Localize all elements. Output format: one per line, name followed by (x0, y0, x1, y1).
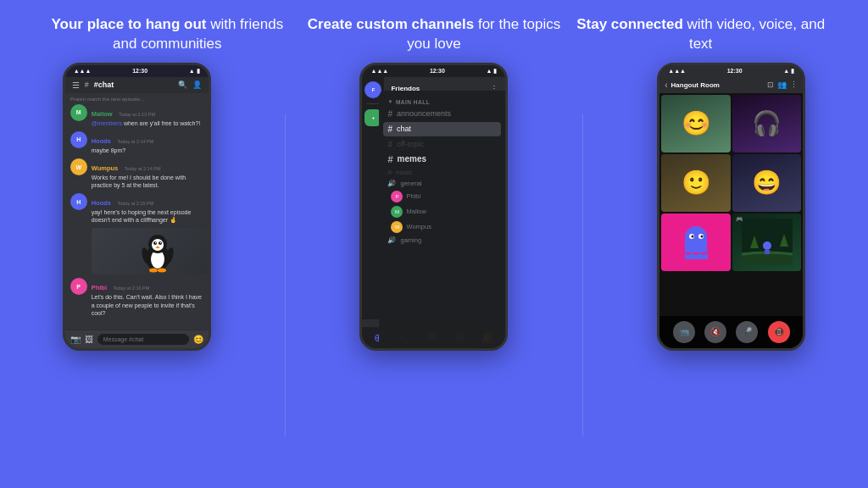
message-hoods1: H Hoods Today at 2:14 PM maybe 8pm? (70, 131, 203, 154)
penguin-svg (136, 230, 179, 273)
back-icon[interactable]: ‹ (665, 80, 667, 90)
text-mallow: @members when are y'all free to watch?! (92, 119, 203, 127)
phone2-time: 12:30 (430, 68, 445, 74)
overlay-channel-offtopic: off-topic (397, 140, 424, 148)
overlay-memes[interactable]: # memes (379, 152, 505, 167)
phone2-statusbar: ▲▲▲ 12:30 ▲ ▮ (362, 65, 505, 77)
members-icon3[interactable]: 👥 (777, 80, 787, 89)
overlay-announcements[interactable]: # announcements (379, 107, 505, 121)
avatar-wumpus: W (70, 158, 87, 175)
username-hoods2: Hoods (92, 199, 111, 207)
room-name-label: Hangout Room (671, 81, 765, 89)
header-col2: Create custom channels for the topics yo… (307, 15, 561, 54)
hash-music: # (387, 169, 391, 176)
end-call-icon: 📵 (774, 327, 784, 336)
face-girl1: 😊 (682, 109, 711, 137)
username-wumpus: Wumpus (92, 164, 119, 172)
video-cell-gamer: 🎧 (732, 95, 802, 152)
prev-message-hint: Praisin match the next episode... (70, 97, 203, 104)
svg-point-17 (691, 235, 693, 237)
emoji-icon[interactable]: 😊 (193, 335, 203, 344)
avatar-wumpus-voice: W (391, 221, 403, 233)
members-icon[interactable]: 👤 (192, 80, 202, 89)
hamburger-icon[interactable]: ☰ (72, 80, 80, 90)
phone1-status-icons: ▲ ▮ (189, 68, 200, 75)
voice-gaming[interactable]: 🔊 gaming (379, 235, 505, 246)
svg-point-5 (159, 241, 162, 245)
end-call-btn[interactable]: 📵 (768, 321, 790, 343)
video-toggle-btn[interactable]: 📹 (673, 321, 695, 343)
svg-point-23 (763, 241, 771, 250)
search-icon[interactable]: 🔍 (178, 80, 187, 89)
speaker-icon: 🔊 (387, 180, 396, 187)
phone2: ▲▲▲ 12:30 ▲ ▮ F + Friendos (359, 63, 508, 351)
phone3-topbar: ‹ Hangout Room ⊡ 👥 ⋮ (659, 77, 803, 93)
svg-point-7 (160, 242, 161, 243)
mic-btn[interactable]: 🎤 (736, 321, 758, 343)
video-icon: 📹 (679, 327, 689, 336)
game-hud: 🎮 (736, 216, 743, 223)
divider-sidebar (366, 103, 380, 104)
svg-rect-24 (765, 250, 770, 254)
mic-icon: 🎤 (742, 327, 752, 336)
message-wumpus: W Wumpus Today at 2:14 PM Works for me! … (70, 158, 203, 189)
message-input[interactable]: Message #chat (97, 334, 189, 345)
time-mallow: Today at 2:13 PM (119, 112, 155, 117)
svg-point-4 (153, 241, 157, 245)
image-icon[interactable]: 🖼 (85, 335, 93, 344)
voice-music[interactable]: # music (379, 167, 505, 178)
more-icon3[interactable]: ⋮ (790, 80, 798, 89)
avatar-hoods: H (70, 131, 87, 148)
voice-user-mallow-name: Mallow (406, 208, 426, 215)
header-col2-bold: Create custom channels (308, 16, 475, 32)
svg-point-18 (700, 235, 703, 237)
svg-point-6 (155, 242, 156, 243)
video-cell-girl1: 😊 (661, 95, 731, 152)
mute-btn[interactable]: 🔇 (704, 321, 726, 343)
wifi-icon: ▲ (189, 68, 195, 74)
video-cell-pink (661, 214, 731, 271)
phone1: ▲▲▲ 12:30 ▲ ▮ ☰ # #chat 🔍 👤 Praisin matc… (63, 63, 211, 351)
phone3-status-icons: ▲ ▮ (783, 68, 794, 75)
header-col1-bold: Your place to hang out (52, 16, 207, 32)
wifi-icon2: ▲ (487, 68, 492, 74)
svg-rect-14 (685, 237, 707, 252)
svg-point-3 (152, 239, 164, 251)
battery-icon3: ▮ (791, 68, 794, 75)
camera-icon[interactable]: 📷 (70, 335, 81, 344)
overlay-category: ▼ MAIN HALL (379, 96, 505, 107)
overlay-hash4: # (387, 154, 392, 164)
phone1-signal: ▲▲▲ (74, 68, 92, 74)
overlay-channel-memes: memes (398, 154, 426, 164)
avatar-mallow: M (70, 104, 87, 121)
avatar-phibi: P (70, 278, 87, 295)
phone1-time: 12:30 (132, 68, 147, 74)
mascot-svg (682, 225, 711, 259)
video-cell-guy: 🙂 (661, 154, 731, 212)
divider-1 (285, 114, 286, 436)
header-col3-bold: Stay connected (576, 16, 683, 32)
voice-general-label: general (400, 180, 421, 187)
avatar-mallow-voice: M (391, 206, 403, 218)
header-col1: Your place to hang out with friends and … (40, 15, 294, 54)
overlay-hash1: # (387, 109, 392, 119)
hoods2-content: Hoods Today at 2:15 PM yay! here's to ho… (92, 193, 203, 224)
overlay-hash3: # (387, 140, 392, 149)
video-cell-girl2: 😄 (732, 154, 802, 212)
call-controls: 📹 🔇 🎤 📵 (659, 316, 803, 348)
screen-share-icon[interactable]: ⊡ (767, 80, 774, 89)
message-phibi: P Phibi Today at 2:16 PM Let's do this. … (70, 278, 203, 316)
phone2-status-icons: ▲ ▮ (487, 68, 498, 75)
phone1-wrapper: ▲▲▲ 12:30 ▲ ▮ ☰ # #chat 🔍 👤 Praisin matc… (63, 63, 211, 351)
voice-user-mallow: M Mallow (379, 204, 505, 219)
face-gamer: 🎧 (752, 109, 782, 137)
chat-image (92, 228, 209, 274)
phone1-bottom-bar: 📷 🖼 Message #chat 😊 (65, 330, 209, 348)
voice-general[interactable]: 🔊 general (379, 178, 505, 189)
overlay-chat[interactable]: # chat (383, 122, 501, 136)
overlay-offtopic[interactable]: # off-topic (379, 137, 505, 152)
message-hoods2: H Hoods Today at 2:15 PM yay! here's to … (70, 193, 203, 224)
time-hoods2: Today at 2:15 PM (117, 201, 153, 206)
phone2-signal: ▲▲▲ (370, 68, 388, 74)
phone3-statusbar: ▲▲▲ 12:30 ▲ ▮ (659, 65, 803, 77)
